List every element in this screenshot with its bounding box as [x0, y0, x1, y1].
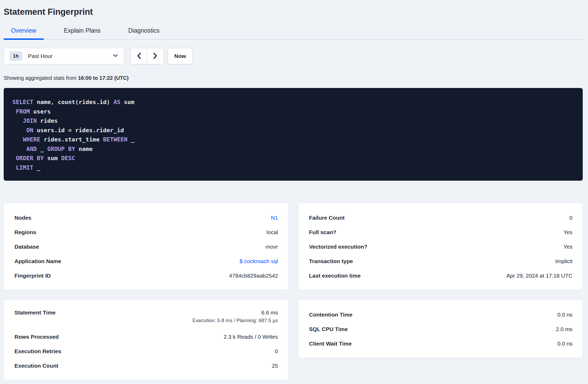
- sql-token: _: [33, 164, 40, 171]
- sql-line: LIMIT _: [12, 163, 575, 173]
- row-value: Apr 29, 2024 at 17:18 UTC: [506, 273, 572, 279]
- table-row: SQL CPU Time 2.0 ms: [309, 322, 572, 336]
- sql-token: rides.start_time: [40, 136, 103, 143]
- row-label: Rows Processed: [14, 334, 59, 340]
- sql-keyword: ON: [26, 127, 33, 134]
- sql-token: [12, 155, 16, 161]
- row-value: 25: [272, 363, 278, 369]
- time-range-label: Past Hour: [28, 53, 113, 59]
- row-label: Last execution time: [309, 273, 361, 279]
- tabbar: Overview Explain Plans Diagnostics: [4, 27, 583, 40]
- page-title: Statement Fingerprint: [4, 7, 583, 17]
- row-label: Nodes: [14, 215, 31, 221]
- sql-token: [12, 136, 23, 143]
- row-value: local: [267, 229, 278, 235]
- timing-card-right: Contention Time 0.0 ns SQL CPU Time 2.0 …: [298, 300, 583, 358]
- overview-cards-row: Nodes N1 Regions local Database movr App…: [4, 203, 583, 290]
- now-button[interactable]: Now: [168, 48, 193, 64]
- row-label: Failure Count: [309, 215, 345, 221]
- sql-token: _: [127, 136, 134, 143]
- sql-token: users: [30, 108, 51, 115]
- application-name-link[interactable]: $ cockroach sql: [240, 258, 278, 264]
- sql-keyword: WHERE: [23, 136, 40, 143]
- sql-token: sum: [121, 99, 134, 105]
- sql-line: SELECT name, count(rides.id) AS sum: [12, 97, 575, 107]
- row-value: 0.0 ns: [557, 312, 572, 318]
- tab-explain-plans[interactable]: Explain Plans: [57, 27, 108, 39]
- row-value-stack: 6.6 ms Execution: 5.8 ms / Planning: 687…: [192, 309, 278, 323]
- aggregated-stats-range: 16:00 to 17:22 (UTC): [78, 75, 128, 81]
- table-row: Execution Count 25: [14, 358, 278, 373]
- row-value: 2.3 k Reads / 0 Writes: [224, 334, 278, 340]
- tab-diagnostics[interactable]: Diagnostics: [121, 27, 167, 39]
- table-row: Full scan? Yes: [309, 225, 572, 239]
- row-value: Yes: [564, 244, 572, 250]
- time-range-selector[interactable]: 1h Past Hour: [4, 48, 124, 64]
- row-subvalue: Execution: 5.8 ms / Planning: 687.5 µs: [192, 318, 278, 323]
- sql-token: sum: [44, 155, 61, 161]
- timing-cards-row: Statement Time 6.6 ms Execution: 5.8 ms …: [4, 300, 583, 380]
- row-value: 4784cb829aab2542: [229, 273, 278, 279]
- row-label: Vectorized execution?: [309, 244, 367, 250]
- sql-keyword: SELECT: [12, 99, 33, 105]
- table-row: Last execution time Apr 29, 2024 at 17:1…: [309, 268, 572, 283]
- row-label: Regions: [14, 229, 36, 235]
- sql-token: [12, 164, 16, 171]
- timing-card-left: Statement Time 6.6 ms Execution: 5.8 ms …: [4, 300, 288, 380]
- sql-line: AND _ GROUP BY name: [12, 144, 575, 154]
- table-row: Application Name $ cockroach sql: [14, 254, 278, 268]
- prev-interval-button[interactable]: [131, 48, 147, 64]
- row-value: 2.0 ms: [556, 326, 572, 332]
- row-label: Contention Time: [309, 312, 352, 318]
- sql-keyword: BETWEEN: [103, 136, 127, 143]
- row-value: 0: [275, 348, 278, 355]
- sql-line: WHERE rides.start_time BETWEEN _: [12, 135, 575, 144]
- row-label: Database: [14, 244, 39, 250]
- table-row: Client Wait Time 0.0 ns: [309, 336, 572, 351]
- row-value: 0.0 ns: [557, 341, 572, 347]
- sql-token: rides: [37, 117, 58, 124]
- row-value: movr: [266, 244, 278, 250]
- time-nav-group: [131, 48, 164, 64]
- next-interval-button[interactable]: [147, 48, 163, 64]
- table-row: Statement Time 6.6 ms Execution: 5.8 ms …: [14, 307, 278, 329]
- statement-fingerprint-page: Statement Fingerprint Overview Explain P…: [0, 7, 588, 380]
- sql-token: users.id = rides.rider_id: [33, 127, 124, 134]
- row-label: Transaction type: [309, 258, 353, 264]
- overview-card-right: Failure Count 0 Full scan? Yes Vectorize…: [298, 203, 583, 290]
- table-row: Rows Processed 2.3 k Reads / 0 Writes: [14, 329, 278, 344]
- tab-overview[interactable]: Overview: [4, 27, 44, 39]
- row-label: Statement Time: [14, 309, 56, 316]
- sql-keyword: AS: [113, 99, 121, 105]
- table-row: Database movr: [14, 239, 278, 254]
- sql-keyword: JOIN: [23, 117, 37, 124]
- sql-token: [12, 117, 23, 124]
- row-label: Client Wait Time: [309, 341, 352, 347]
- sql-token: [12, 108, 16, 115]
- sql-token: name: [75, 146, 92, 152]
- chevron-left-icon: [136, 52, 142, 61]
- time-controls: 1h Past Hour Now: [4, 48, 583, 64]
- aggregated-stats-line: Showing aggregated stats from 16:00 to 1…: [4, 75, 583, 81]
- table-row: Regions local: [14, 225, 278, 239]
- row-label: Execution Retries: [14, 348, 61, 355]
- table-row: Execution Retries 0: [14, 344, 278, 358]
- chevron-right-icon: [153, 52, 158, 61]
- row-value: 0: [569, 215, 572, 221]
- time-range-badge: 1h: [9, 51, 22, 61]
- row-value: Implicit: [555, 258, 572, 264]
- row-label: SQL CPU Time: [309, 326, 348, 332]
- sql-keyword: FROM: [16, 108, 30, 115]
- sql-token: [12, 127, 26, 134]
- chevron-down-icon: [113, 54, 118, 59]
- row-label: Fingerprint ID: [14, 273, 51, 279]
- table-row: Fingerprint ID 4784cb829aab2542: [14, 268, 278, 283]
- sql-token: _: [37, 146, 47, 152]
- row-label: Application Name: [14, 258, 61, 264]
- nodes-link[interactable]: N1: [271, 215, 278, 221]
- aggregated-stats-prefix: Showing aggregated stats from: [4, 75, 78, 81]
- overview-card-left: Nodes N1 Regions local Database movr App…: [4, 203, 288, 290]
- table-row: Transaction type Implicit: [309, 254, 572, 268]
- row-value: 6.6 ms: [261, 309, 278, 316]
- table-row: Vectorized execution? Yes: [309, 239, 572, 254]
